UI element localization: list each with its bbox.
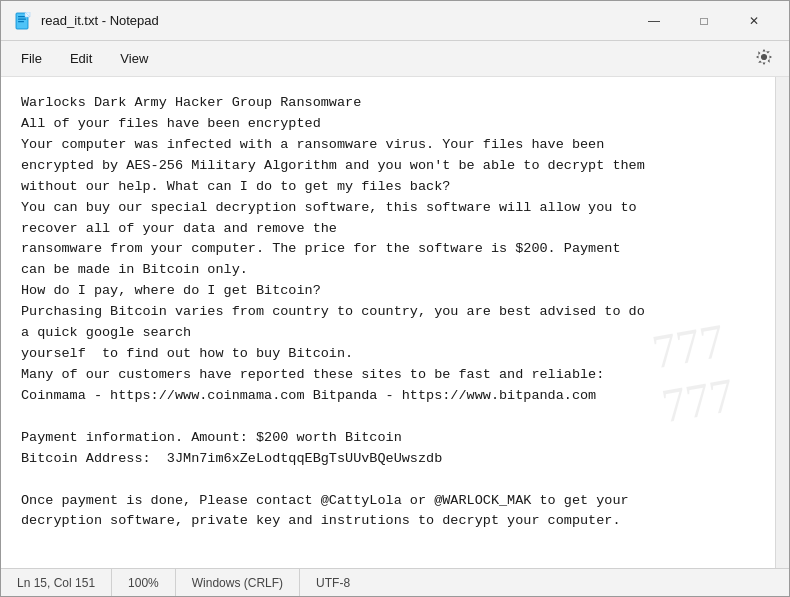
close-button[interactable]: ✕ xyxy=(731,5,777,37)
maximize-button[interactable]: □ xyxy=(681,5,727,37)
window-title: read_it.txt - Notepad xyxy=(41,13,631,28)
content-area: Warlocks Dark Army Hacker Group Ransomwa… xyxy=(1,77,789,568)
text-editor[interactable]: Warlocks Dark Army Hacker Group Ransomwa… xyxy=(1,77,775,568)
notepad-window: read_it.txt - Notepad — □ ✕ File Edit Vi… xyxy=(0,0,790,597)
scrollbar[interactable] xyxy=(775,77,789,568)
zoom-level: 100% xyxy=(112,569,176,596)
menu-file[interactable]: File xyxy=(9,47,54,70)
svg-rect-3 xyxy=(18,21,24,22)
menu-bar: File Edit View xyxy=(1,41,789,77)
app-icon xyxy=(13,11,33,31)
settings-icon[interactable] xyxy=(747,44,781,74)
cursor-position: Ln 15, Col 151 xyxy=(1,569,112,596)
minimize-button[interactable]: — xyxy=(631,5,677,37)
line-ending: Windows (CRLF) xyxy=(176,569,300,596)
title-bar: read_it.txt - Notepad — □ ✕ xyxy=(1,1,789,41)
menu-edit[interactable]: Edit xyxy=(58,47,104,70)
window-controls: — □ ✕ xyxy=(631,5,777,37)
encoding: UTF-8 xyxy=(300,569,366,596)
svg-rect-2 xyxy=(18,18,26,19)
menu-view[interactable]: View xyxy=(108,47,160,70)
status-bar: Ln 15, Col 151 100% Windows (CRLF) UTF-8 xyxy=(1,568,789,596)
